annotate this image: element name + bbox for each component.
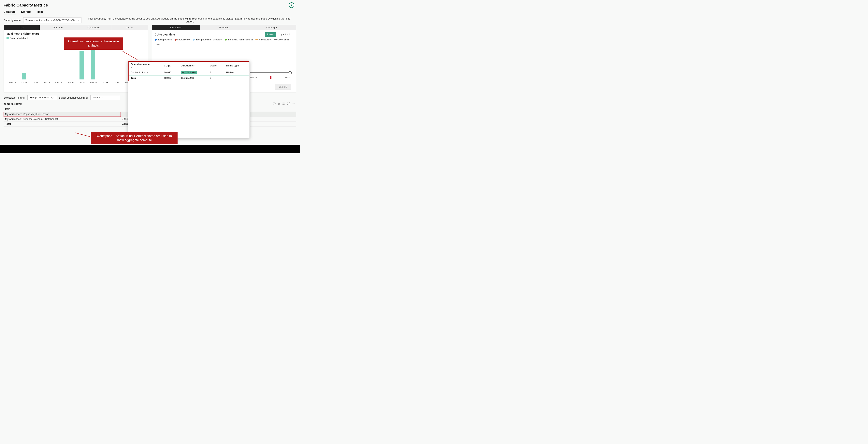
swatch-icon xyxy=(155,39,157,41)
right-tab-strip: Utilization Throttling Overages xyxy=(152,25,296,30)
x-tick: Nov 27 xyxy=(285,76,291,79)
scale-linear[interactable]: Linear xyxy=(265,32,276,37)
cu-title: CU % over time xyxy=(155,33,175,36)
legend-label: SynapseNotebook xyxy=(10,37,28,39)
col-item[interactable]: Item xyxy=(4,106,121,112)
page-title: Fabric Capacity Metrics xyxy=(4,3,48,7)
cell-cu: 10,937 xyxy=(162,75,179,81)
item-kind-dropdown[interactable]: SynapseNotebook xyxy=(27,95,57,100)
items-title: Items (14 days) xyxy=(4,102,22,105)
legend-label: Interactive non-billable % xyxy=(228,38,253,41)
operation-tooltip: Operation name▼ CU (s) Duration (s) User… xyxy=(128,61,250,138)
page-root: Fabric Capacity Metrics i Compute Storag… xyxy=(0,0,300,153)
cu-legend: Background %Interactive %Background non-… xyxy=(155,38,293,41)
tab-throttling[interactable]: Throttling xyxy=(200,25,248,30)
bar-col xyxy=(18,73,30,80)
tab-cu[interactable]: CU xyxy=(4,25,40,30)
cell-users: 2 xyxy=(208,75,224,81)
bar[interactable] xyxy=(22,73,26,80)
x-axis-labels: Wed 15Thu 16Fri 17Sat 18Sun 19Mon 20Tue … xyxy=(6,82,145,84)
help-icon[interactable]: ⓘ xyxy=(273,102,276,106)
cell-dur: 14,769.5930 xyxy=(179,70,208,75)
footer-bar xyxy=(0,145,300,153)
swatch-icon xyxy=(193,39,195,41)
tab-compute[interactable]: Compute xyxy=(4,10,16,15)
explore-button[interactable]: Explore xyxy=(275,84,291,90)
optional-cols-value: Multiple se xyxy=(93,96,104,99)
bar[interactable] xyxy=(91,46,95,80)
y-tick-100: 100% xyxy=(155,43,161,46)
table-row[interactable]: Copilot in Fabric 10,937 14,769.5930 2 B… xyxy=(129,70,249,75)
col-billing: Billing type xyxy=(224,62,249,70)
capacity-label: Capacity name: xyxy=(4,19,21,22)
swatch-icon xyxy=(255,39,258,40)
legend-label: Background % xyxy=(157,38,172,41)
swatch-icon xyxy=(6,37,9,39)
title-row: Fabric Capacity Metrics i xyxy=(4,2,296,8)
x-tick: Nov 25 xyxy=(250,76,257,79)
bar-col xyxy=(87,46,99,80)
x-tick: Fri 17 xyxy=(30,82,41,84)
callout-aggregate: Workspace + Artifact Kind + Artifact Nam… xyxy=(91,132,178,144)
cell-dur: 14,769.5930 xyxy=(179,75,208,81)
x-tick: Tue 21 xyxy=(76,82,87,84)
cell-users: 2 xyxy=(208,70,224,75)
items-toolbar: ⓘ ⧉ ☰ ⛶ ⋯ xyxy=(272,102,296,106)
connector-line xyxy=(75,132,92,137)
legend-item[interactable]: Autoscale % xyxy=(255,38,272,41)
bar-col xyxy=(76,51,87,80)
legend-item[interactable]: Interactive % xyxy=(175,38,190,41)
tooltip-table: Operation name▼ CU (s) Duration (s) User… xyxy=(129,62,249,81)
cell: Total xyxy=(4,122,121,127)
header-tabs: Compute Storage Help xyxy=(4,10,296,15)
more-icon[interactable]: ⋯ xyxy=(292,102,295,106)
cell-op: Copilot in Fabric xyxy=(129,70,162,75)
left-tab-strip: CU Duration Operations Users xyxy=(4,25,148,30)
filter-icon[interactable]: ☰ xyxy=(282,102,285,106)
chevron-down-icon xyxy=(78,19,80,21)
left-panel: CU Duration Operations Users Multi metri… xyxy=(4,25,148,92)
item-kind-label: Select item kind(s): xyxy=(4,96,26,99)
focus-icon[interactable]: ⛶ xyxy=(287,102,290,106)
cell-op: Total xyxy=(129,75,162,81)
tab-overages[interactable]: Overages xyxy=(248,25,296,30)
item-kind-value: SynapseNotebook xyxy=(30,96,50,99)
tab-storage[interactable]: Storage xyxy=(21,10,31,15)
swatch-icon xyxy=(274,39,277,40)
legend-item[interactable]: Background non-billable % xyxy=(193,38,222,41)
legend-item-synapsenotebook[interactable]: SynapseNotebook xyxy=(6,37,28,39)
legend-item[interactable]: Background % xyxy=(155,38,172,41)
x-tick: Thu 16 xyxy=(18,82,30,84)
legend-item[interactable]: Interactive non-billable % xyxy=(225,38,253,41)
bar[interactable] xyxy=(80,51,84,80)
tab-help[interactable]: Help xyxy=(37,10,43,15)
cell-cu: 10,937 xyxy=(162,70,179,75)
slider-thumb[interactable] xyxy=(289,71,292,74)
x-tick: Mon 20 xyxy=(64,82,76,84)
chevron-down-icon xyxy=(51,96,53,98)
legend-label: Autoscale % xyxy=(259,38,272,41)
cell-billing xyxy=(224,75,249,81)
info-icon[interactable]: i xyxy=(289,2,294,8)
capacity-dropdown[interactable]: Trial-ruxu-microsoft-com-05-30-2023-01-3… xyxy=(23,18,82,23)
table-header-row: Operation name▼ CU (s) Duration (s) User… xyxy=(129,62,249,70)
legend-label: Interactive % xyxy=(177,38,190,41)
capacity-row: Capacity name: Trial-ruxu-microsoft-com-… xyxy=(0,15,300,25)
tab-users[interactable]: Users xyxy=(112,25,148,30)
tab-utilization[interactable]: Utilization xyxy=(152,25,200,30)
tab-operations[interactable]: Operations xyxy=(76,25,112,30)
cell: My workspace \ Report \ My First Report xyxy=(4,112,121,117)
x-tick: Wed 22 xyxy=(87,82,99,84)
scale-logarithmic[interactable]: Logarithmic xyxy=(276,32,293,37)
right-title-row: CU % over time Linear Logarithmic xyxy=(155,32,293,37)
col-op: Operation name▼ xyxy=(129,62,162,70)
legend-item[interactable]: CU % Limit xyxy=(274,38,289,41)
tab-duration[interactable]: Duration xyxy=(40,25,76,30)
header: Fabric Capacity Metrics i Compute Storag… xyxy=(0,0,300,15)
x-tick: Sun 19 xyxy=(53,82,64,84)
x-tick: Sat 18 xyxy=(41,82,53,84)
optional-cols-dropdown[interactable]: Multiple se xyxy=(90,95,120,100)
copy-icon[interactable]: ⧉ xyxy=(278,102,280,106)
capacity-value: Trial-ruxu-microsoft-com-05-30-2023-01-3… xyxy=(26,19,77,22)
col-users: Users xyxy=(208,62,224,70)
